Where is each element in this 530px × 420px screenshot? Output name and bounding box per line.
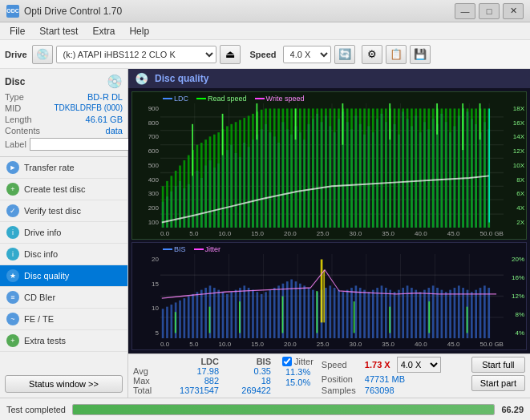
menu-start-test[interactable]: Start test bbox=[33, 24, 84, 38]
app-icon: ODC bbox=[6, 5, 19, 18]
svg-rect-194 bbox=[162, 309, 164, 338]
svg-rect-255 bbox=[423, 290, 426, 338]
bottom-chart-plot bbox=[160, 254, 504, 338]
close-button[interactable]: ✕ bbox=[503, 3, 524, 19]
jitter-checkbox[interactable] bbox=[282, 357, 292, 366]
svg-rect-228 bbox=[308, 288, 310, 338]
svg-rect-154 bbox=[415, 108, 417, 227]
menu-help[interactable]: Help bbox=[123, 24, 156, 38]
eject-button[interactable]: ⏏ bbox=[220, 45, 241, 64]
svg-rect-142 bbox=[363, 108, 366, 227]
svg-rect-166 bbox=[467, 108, 469, 227]
position-row: Position 47731 MB bbox=[322, 374, 441, 384]
refresh-button[interactable]: 🔄 bbox=[334, 45, 355, 64]
svg-rect-123 bbox=[282, 108, 285, 227]
bottom-chart-y-left: 20 15 10 5 bbox=[132, 254, 160, 338]
stats-panel: LDC BIS Avg 17.98 0.35 Max 882 18 bbox=[128, 353, 530, 398]
svg-rect-235 bbox=[338, 290, 340, 338]
stats-col-empty bbox=[133, 357, 165, 366]
maximize-button[interactable]: □ bbox=[479, 3, 500, 19]
svg-rect-267 bbox=[475, 290, 477, 338]
stats-col-ldc: LDC bbox=[165, 357, 225, 366]
svg-rect-221 bbox=[277, 285, 280, 338]
top-chart: LDC Read speed Write speed 900 800 70 bbox=[131, 91, 527, 240]
disc-section-label: Disc bbox=[5, 76, 25, 87]
top-chart-svg bbox=[160, 103, 504, 228]
svg-rect-268 bbox=[479, 288, 482, 338]
menu-extra[interactable]: Extra bbox=[86, 24, 121, 38]
sidebar-item-cd-bier[interactable]: ≡ CD BIer bbox=[0, 287, 127, 309]
disc-quality-title: Disc quality bbox=[155, 73, 208, 84]
svg-rect-167 bbox=[471, 108, 473, 227]
stats-max-bis: 18 bbox=[225, 376, 277, 386]
options-button[interactable]: 📋 bbox=[386, 45, 407, 64]
menu-bar: File Start test Extra Help bbox=[0, 22, 530, 40]
legend-bis: BIS bbox=[163, 245, 186, 253]
speed-selector[interactable]: 4.0 X bbox=[283, 46, 331, 63]
svg-rect-275 bbox=[316, 291, 318, 333]
svg-rect-110 bbox=[226, 126, 229, 228]
svg-rect-281 bbox=[323, 270, 325, 323]
sidebar-item-verify-test-disc[interactable]: ✓ Verify test disc bbox=[0, 200, 127, 222]
start-part-button[interactable]: Start part bbox=[471, 375, 525, 391]
disc-label-key: Label bbox=[5, 139, 26, 149]
transfer-rate-label: Transfer rate bbox=[24, 163, 75, 172]
speed-select[interactable]: 4.0 X bbox=[397, 357, 441, 373]
svg-rect-162 bbox=[449, 108, 451, 227]
cd-bier-label: CD BIer bbox=[24, 293, 55, 302]
svg-rect-128 bbox=[303, 108, 305, 227]
extra-tests-label: Extra tests bbox=[24, 336, 66, 345]
svg-rect-237 bbox=[346, 290, 349, 338]
disc-label-input[interactable] bbox=[30, 138, 136, 151]
jitter-label: Jitter bbox=[294, 357, 314, 366]
sidebar-item-disc-quality[interactable]: ★ Disc quality bbox=[0, 265, 127, 287]
top-chart-y-left: 900 800 700 600 500 400 300 200 100 bbox=[132, 103, 160, 228]
disc-header: Disc 💿 bbox=[5, 74, 123, 89]
svg-rect-161 bbox=[445, 108, 447, 227]
svg-rect-122 bbox=[277, 108, 280, 227]
stats-max-ldc: 882 bbox=[165, 376, 225, 386]
svg-rect-150 bbox=[398, 108, 400, 227]
drive-icon-button[interactable]: 💿 bbox=[32, 45, 53, 64]
sidebar-item-create-test-disc[interactable]: + Create test disc bbox=[0, 179, 127, 200]
svg-rect-264 bbox=[462, 288, 464, 338]
svg-rect-200 bbox=[188, 296, 190, 338]
title-controls: — □ ✕ bbox=[455, 3, 524, 19]
svg-rect-155 bbox=[419, 108, 422, 227]
progress-percentage: 66.29 bbox=[501, 405, 524, 414]
jitter-legend-color bbox=[194, 248, 204, 250]
svg-rect-217 bbox=[261, 294, 263, 338]
sidebar-item-drive-info[interactable]: i Drive info bbox=[0, 222, 127, 244]
app-title: Opti Drive Control 1.70 bbox=[24, 6, 122, 17]
drive-selector[interactable]: (k:) ATAPI iHBS112 2 CLO K bbox=[56, 46, 216, 63]
svg-rect-116 bbox=[252, 114, 254, 228]
svg-rect-261 bbox=[449, 290, 451, 338]
svg-rect-146 bbox=[381, 108, 383, 227]
svg-rect-139 bbox=[350, 108, 353, 227]
stats-avg-ldc: 17.98 bbox=[165, 366, 225, 376]
start-full-button[interactable]: Start full bbox=[471, 357, 525, 373]
menu-file[interactable]: File bbox=[3, 24, 31, 38]
sidebar-item-fe-te[interactable]: ~ FE / TE bbox=[0, 309, 127, 330]
svg-rect-132 bbox=[321, 108, 323, 227]
write-speed-legend-color bbox=[255, 98, 265, 99]
settings-button[interactable]: ⚙ bbox=[362, 45, 382, 64]
save-button[interactable]: 💾 bbox=[410, 45, 431, 64]
read-speed-legend-label: Read speed bbox=[208, 95, 247, 103]
svg-rect-168 bbox=[475, 108, 477, 227]
sidebar-item-transfer-rate[interactable]: ► Transfer rate bbox=[0, 157, 127, 179]
minimize-button[interactable]: — bbox=[455, 3, 475, 19]
bis-legend-color bbox=[163, 248, 172, 250]
title-bar: ODC Opti Drive Control 1.70 — □ ✕ bbox=[0, 0, 530, 22]
svg-rect-266 bbox=[471, 292, 473, 338]
svg-rect-240 bbox=[359, 288, 362, 338]
stats-row-total: Total 13731547 269422 bbox=[133, 386, 277, 395]
svg-rect-208 bbox=[222, 292, 225, 338]
sidebar-item-extra-tests[interactable]: + Extra tests bbox=[0, 330, 127, 352]
sidebar-item-disc-info[interactable]: i Disc info bbox=[0, 244, 127, 265]
svg-rect-156 bbox=[423, 108, 426, 227]
svg-rect-138 bbox=[346, 108, 349, 227]
status-window-button[interactable]: Status window >> bbox=[5, 375, 123, 393]
disc-mid-label: MID bbox=[5, 103, 21, 113]
svg-rect-157 bbox=[427, 108, 430, 227]
